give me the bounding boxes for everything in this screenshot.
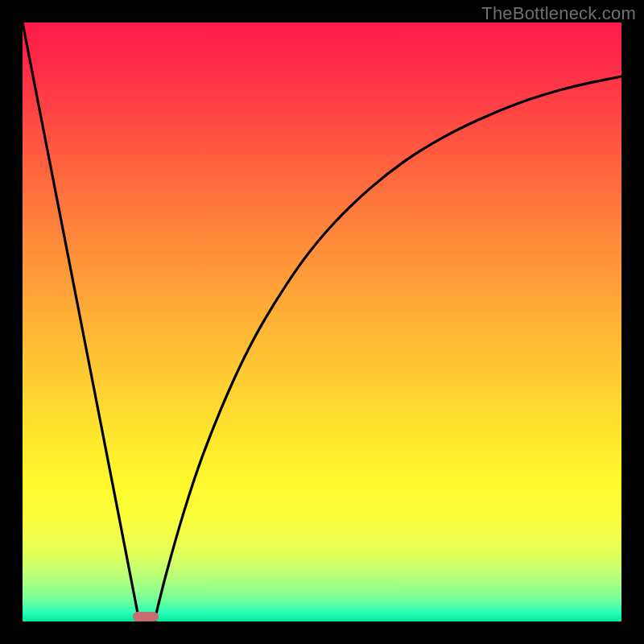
watermark-text: TheBottleneck.com (481, 3, 636, 24)
bottleneck-curve (23, 23, 621, 621)
plot-area (23, 23, 621, 621)
optimum-marker (133, 612, 159, 621)
chart-frame: TheBottleneck.com (0, 0, 644, 644)
curve-path (23, 23, 621, 621)
